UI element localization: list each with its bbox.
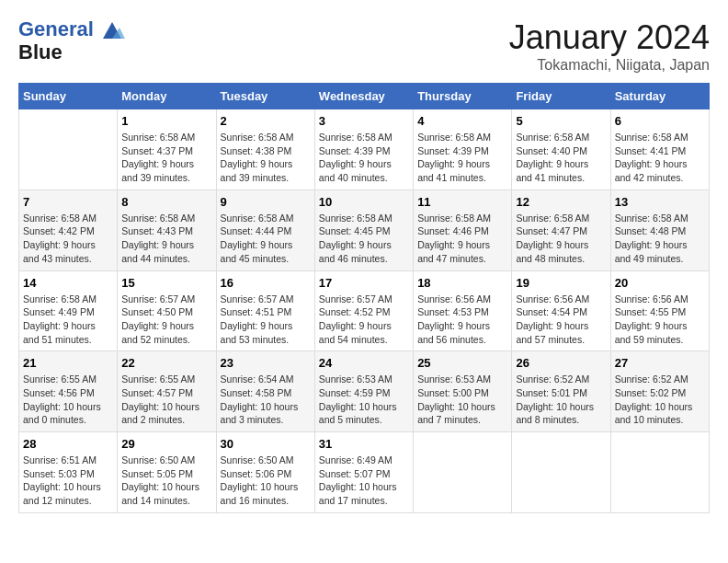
calendar-cell: 16Sunrise: 6:57 AM Sunset: 4:51 PM Dayli… <box>216 270 314 351</box>
title-block: January 2024 Tokamachi, Niigata, Japan <box>509 18 710 74</box>
day-number: 23 <box>221 356 311 370</box>
header-monday: Monday <box>118 84 216 109</box>
logo-text: General <box>18 18 125 40</box>
calendar-header-row: SundayMondayTuesdayWednesdayThursdayFrid… <box>19 84 710 109</box>
calendar-table: SundayMondayTuesdayWednesdayThursdayFrid… <box>18 83 710 513</box>
calendar-cell: 15Sunrise: 6:57 AM Sunset: 4:50 PM Dayli… <box>118 270 216 351</box>
day-info: Sunrise: 6:55 AM Sunset: 4:57 PM Dayligh… <box>121 373 211 427</box>
day-info: Sunrise: 6:58 AM Sunset: 4:39 PM Dayligh… <box>417 131 507 185</box>
logo: General Blue <box>18 18 125 64</box>
day-number: 14 <box>23 276 113 290</box>
calendar-week-2: 7Sunrise: 6:58 AM Sunset: 4:42 PM Daylig… <box>19 190 710 270</box>
day-info: Sunrise: 6:57 AM Sunset: 4:51 PM Dayligh… <box>221 293 311 347</box>
calendar-cell: 26Sunrise: 6:52 AM Sunset: 5:01 PM Dayli… <box>512 351 610 432</box>
day-number: 7 <box>23 195 113 209</box>
calendar-cell: 8Sunrise: 6:58 AM Sunset: 4:43 PM Daylig… <box>118 190 216 270</box>
day-number: 22 <box>121 356 211 370</box>
day-number: 20 <box>615 276 705 290</box>
header-saturday: Saturday <box>610 84 709 109</box>
day-number: 16 <box>221 276 311 290</box>
day-info: Sunrise: 6:53 AM Sunset: 4:59 PM Dayligh… <box>319 373 409 427</box>
calendar-subtitle: Tokamachi, Niigata, Japan <box>509 57 710 74</box>
calendar-cell: 7Sunrise: 6:58 AM Sunset: 4:42 PM Daylig… <box>19 190 118 270</box>
day-number: 10 <box>319 195 409 209</box>
day-number: 18 <box>417 276 507 290</box>
day-info: Sunrise: 6:58 AM Sunset: 4:38 PM Dayligh… <box>221 131 311 185</box>
day-number: 8 <box>121 195 211 209</box>
day-number: 1 <box>121 114 211 128</box>
calendar-cell: 27Sunrise: 6:52 AM Sunset: 5:02 PM Dayli… <box>610 351 709 432</box>
day-info: Sunrise: 6:56 AM Sunset: 4:53 PM Dayligh… <box>417 293 507 347</box>
calendar-cell: 23Sunrise: 6:54 AM Sunset: 4:58 PM Dayli… <box>216 351 314 432</box>
calendar-cell: 25Sunrise: 6:53 AM Sunset: 5:00 PM Dayli… <box>414 351 512 432</box>
page-header: General Blue January 2024 Tokamachi, Nii… <box>18 18 710 74</box>
calendar-cell <box>610 432 709 513</box>
logo-icon <box>99 20 125 40</box>
day-info: Sunrise: 6:58 AM Sunset: 4:37 PM Dayligh… <box>121 131 211 185</box>
calendar-cell <box>19 109 118 190</box>
day-info: Sunrise: 6:53 AM Sunset: 5:00 PM Dayligh… <box>417 373 507 427</box>
calendar-cell: 30Sunrise: 6:50 AM Sunset: 5:06 PM Dayli… <box>216 432 314 513</box>
header-tuesday: Tuesday <box>216 84 314 109</box>
day-number: 4 <box>417 114 507 128</box>
day-info: Sunrise: 6:58 AM Sunset: 4:44 PM Dayligh… <box>221 212 311 266</box>
day-number: 30 <box>221 437 311 451</box>
day-number: 27 <box>615 356 705 370</box>
calendar-cell <box>512 432 610 513</box>
day-number: 5 <box>516 114 606 128</box>
day-info: Sunrise: 6:58 AM Sunset: 4:49 PM Dayligh… <box>23 293 113 347</box>
header-wednesday: Wednesday <box>314 84 413 109</box>
calendar-cell: 17Sunrise: 6:57 AM Sunset: 4:52 PM Dayli… <box>314 270 413 351</box>
day-info: Sunrise: 6:57 AM Sunset: 4:52 PM Dayligh… <box>319 293 409 347</box>
calendar-cell: 6Sunrise: 6:58 AM Sunset: 4:41 PM Daylig… <box>610 109 709 190</box>
day-info: Sunrise: 6:52 AM Sunset: 5:01 PM Dayligh… <box>516 373 606 427</box>
day-info: Sunrise: 6:58 AM Sunset: 4:46 PM Dayligh… <box>417 212 507 266</box>
calendar-cell: 2Sunrise: 6:58 AM Sunset: 4:38 PM Daylig… <box>216 109 314 190</box>
calendar-cell: 5Sunrise: 6:58 AM Sunset: 4:40 PM Daylig… <box>512 109 610 190</box>
header-thursday: Thursday <box>414 84 512 109</box>
header-friday: Friday <box>512 84 610 109</box>
day-info: Sunrise: 6:58 AM Sunset: 4:48 PM Dayligh… <box>615 212 705 266</box>
calendar-cell: 13Sunrise: 6:58 AM Sunset: 4:48 PM Dayli… <box>610 190 709 270</box>
day-info: Sunrise: 6:57 AM Sunset: 4:50 PM Dayligh… <box>121 293 211 347</box>
calendar-cell: 9Sunrise: 6:58 AM Sunset: 4:44 PM Daylig… <box>216 190 314 270</box>
calendar-cell: 10Sunrise: 6:58 AM Sunset: 4:45 PM Dayli… <box>314 190 413 270</box>
calendar-cell: 29Sunrise: 6:50 AM Sunset: 5:05 PM Dayli… <box>118 432 216 513</box>
day-info: Sunrise: 6:49 AM Sunset: 5:07 PM Dayligh… <box>319 454 409 508</box>
day-number: 15 <box>121 276 211 290</box>
calendar-cell <box>414 432 512 513</box>
calendar-cell: 12Sunrise: 6:58 AM Sunset: 4:47 PM Dayli… <box>512 190 610 270</box>
day-number: 17 <box>319 276 409 290</box>
day-number: 24 <box>319 356 409 370</box>
day-info: Sunrise: 6:51 AM Sunset: 5:03 PM Dayligh… <box>23 454 113 508</box>
day-info: Sunrise: 6:56 AM Sunset: 4:54 PM Dayligh… <box>516 293 606 347</box>
day-info: Sunrise: 6:54 AM Sunset: 4:58 PM Dayligh… <box>221 373 311 427</box>
day-info: Sunrise: 6:58 AM Sunset: 4:41 PM Dayligh… <box>615 131 705 185</box>
day-number: 31 <box>319 437 409 451</box>
day-info: Sunrise: 6:55 AM Sunset: 4:56 PM Dayligh… <box>23 373 113 427</box>
day-number: 19 <box>516 276 606 290</box>
calendar-cell: 20Sunrise: 6:56 AM Sunset: 4:55 PM Dayli… <box>610 270 709 351</box>
day-number: 2 <box>221 114 311 128</box>
day-info: Sunrise: 6:52 AM Sunset: 5:02 PM Dayligh… <box>615 373 705 427</box>
calendar-cell: 19Sunrise: 6:56 AM Sunset: 4:54 PM Dayli… <box>512 270 610 351</box>
logo-line2: Blue <box>18 40 125 64</box>
calendar-cell: 1Sunrise: 6:58 AM Sunset: 4:37 PM Daylig… <box>118 109 216 190</box>
calendar-cell: 11Sunrise: 6:58 AM Sunset: 4:46 PM Dayli… <box>414 190 512 270</box>
calendar-week-4: 21Sunrise: 6:55 AM Sunset: 4:56 PM Dayli… <box>19 351 710 432</box>
day-info: Sunrise: 6:56 AM Sunset: 4:55 PM Dayligh… <box>615 293 705 347</box>
calendar-cell: 24Sunrise: 6:53 AM Sunset: 4:59 PM Dayli… <box>314 351 413 432</box>
calendar-cell: 14Sunrise: 6:58 AM Sunset: 4:49 PM Dayli… <box>19 270 118 351</box>
day-info: Sunrise: 6:50 AM Sunset: 5:06 PM Dayligh… <box>221 454 311 508</box>
day-info: Sunrise: 6:58 AM Sunset: 4:42 PM Dayligh… <box>23 212 113 266</box>
calendar-cell: 28Sunrise: 6:51 AM Sunset: 5:03 PM Dayli… <box>19 432 118 513</box>
calendar-cell: 22Sunrise: 6:55 AM Sunset: 4:57 PM Dayli… <box>118 351 216 432</box>
day-number: 13 <box>615 195 705 209</box>
calendar-cell: 18Sunrise: 6:56 AM Sunset: 4:53 PM Dayli… <box>414 270 512 351</box>
calendar-cell: 3Sunrise: 6:58 AM Sunset: 4:39 PM Daylig… <box>314 109 413 190</box>
day-number: 21 <box>23 356 113 370</box>
calendar-week-3: 14Sunrise: 6:58 AM Sunset: 4:49 PM Dayli… <box>19 270 710 351</box>
day-info: Sunrise: 6:58 AM Sunset: 4:39 PM Dayligh… <box>319 131 409 185</box>
day-number: 3 <box>319 114 409 128</box>
day-info: Sunrise: 6:58 AM Sunset: 4:45 PM Dayligh… <box>319 212 409 266</box>
